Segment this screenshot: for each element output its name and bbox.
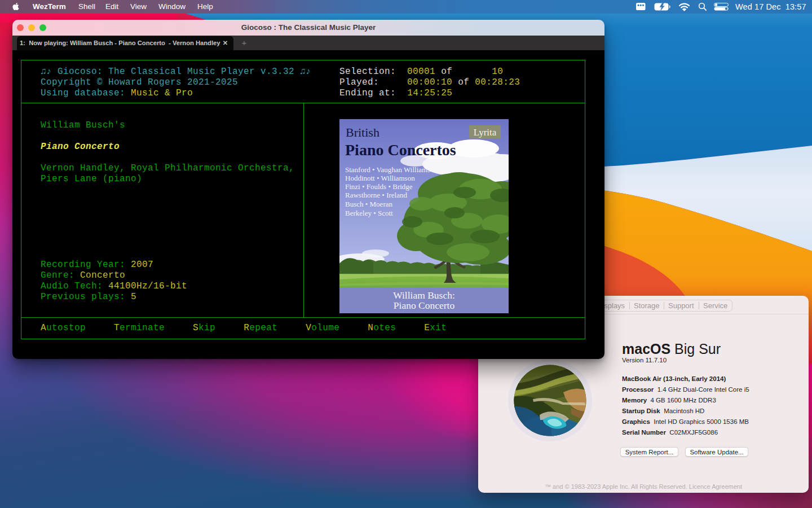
svg-text:William Busch:: William Busch: xyxy=(393,290,455,301)
svg-text:Rawsthorne • Ireland: Rawsthorne • Ireland xyxy=(345,191,407,199)
svg-text:Stanford • Vaughan Williams: Stanford • Vaughan Williams xyxy=(345,165,430,174)
svg-text:Hoddinott • Williamson: Hoddinott • Williamson xyxy=(345,174,415,182)
svg-text:Piano Concerto: Piano Concerto xyxy=(394,300,455,311)
svg-text:Berkeley • Scott: Berkeley • Scott xyxy=(345,209,393,217)
svg-text:Lyrita: Lyrita xyxy=(474,127,497,138)
svg-text:Piano Concertos: Piano Concertos xyxy=(345,141,456,159)
svg-text:British: British xyxy=(346,125,379,139)
svg-text:Busch • Moeran: Busch • Moeran xyxy=(345,200,392,208)
svg-text:Finzi • Foulds • Bridge: Finzi • Foulds • Bridge xyxy=(345,182,413,191)
